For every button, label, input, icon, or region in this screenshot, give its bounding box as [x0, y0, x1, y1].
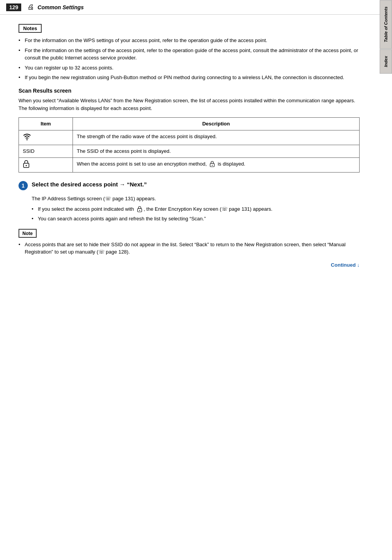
main-content: Notes For the information on the WPS set… — [0, 15, 378, 277]
scan-results-table: Item Description The strength of the rad… — [19, 117, 360, 173]
svg-point-2 — [26, 165, 27, 166]
scan-results-body: When you select “Available Wirelss LANs”… — [19, 97, 360, 113]
step-1-body: The IP Address Settings screen (☏ page 1… — [32, 195, 360, 223]
table-row: When the access point is set to use an e… — [19, 157, 360, 173]
note-item-1: Access points that are set to hide their… — [19, 241, 360, 256]
step-1-bullet-2: You can search access points again and r… — [32, 215, 360, 223]
table-cell-ssid: SSID — [19, 145, 73, 158]
sidebar-tabs: Table of Contents Index — [380, 0, 392, 560]
lock-icon-step — [137, 206, 142, 212]
lock-icon-inline — [210, 161, 215, 167]
step-1-container: 1 Select the desired access point → “Nex… — [19, 180, 360, 190]
notes-label: Notes — [23, 25, 37, 31]
table-cell-lock-desc: When the access point is set to use an e… — [73, 157, 360, 173]
svg-point-6 — [139, 210, 140, 211]
notes-item-2: For the information on the settings of t… — [19, 47, 360, 62]
col-header-item: Item — [19, 118, 73, 130]
step-1-text: Select the desired access point → “Next.… — [32, 180, 147, 189]
sidebar-tab-toc[interactable]: Table of Contents — [380, 0, 392, 49]
notes-item-1: For the information on the WPS settings … — [19, 37, 360, 44]
table-cell-lock-symbol — [19, 157, 73, 173]
printer-icon: 🖨 — [27, 3, 34, 11]
table-header-row: Item Description — [19, 118, 360, 130]
step-1-bullets: If you select the access point indicated… — [32, 205, 360, 223]
step-1-line-1: The IP Address Settings screen (☏ page 1… — [32, 195, 360, 203]
svg-point-0 — [27, 139, 28, 140]
note-label: Note — [22, 231, 33, 236]
notes-box: Notes — [19, 24, 42, 33]
table-cell-wifi-symbol — [19, 130, 73, 145]
continued-label: Continued ↓ — [19, 262, 360, 268]
svg-point-4 — [212, 165, 213, 166]
notes-list: For the information on the WPS settings … — [19, 37, 360, 81]
table-row: The strength of the radio wave of the ac… — [19, 130, 360, 145]
page-header: 129 🖨 Common Settings — [0, 0, 392, 15]
lock-icon — [23, 160, 30, 168]
note-list: Access points that are set to hide their… — [19, 241, 360, 256]
table-cell-ssid-desc: The SSID of the access point is displaye… — [73, 145, 360, 158]
note-box: Note — [19, 229, 37, 238]
step-1-bullet-1: If you select the access point indicated… — [32, 205, 360, 213]
step-number-1: 1 — [19, 181, 28, 190]
header-title: Common Settings — [37, 4, 84, 10]
notes-item-4: If you begin the new registration using … — [19, 74, 360, 81]
wifi-icon — [23, 133, 31, 140]
sidebar-tab-index[interactable]: Index — [380, 49, 392, 74]
col-header-description: Description — [73, 118, 360, 130]
notes-item-3: You can register up to 32 access points. — [19, 64, 360, 72]
table-row: SSID The SSID of the access point is dis… — [19, 145, 360, 158]
table-cell-wifi-desc: The strength of the radio wave of the ac… — [73, 130, 360, 145]
page-number: 129 — [6, 3, 21, 11]
scan-results-heading: Scan Results screen — [19, 88, 360, 94]
